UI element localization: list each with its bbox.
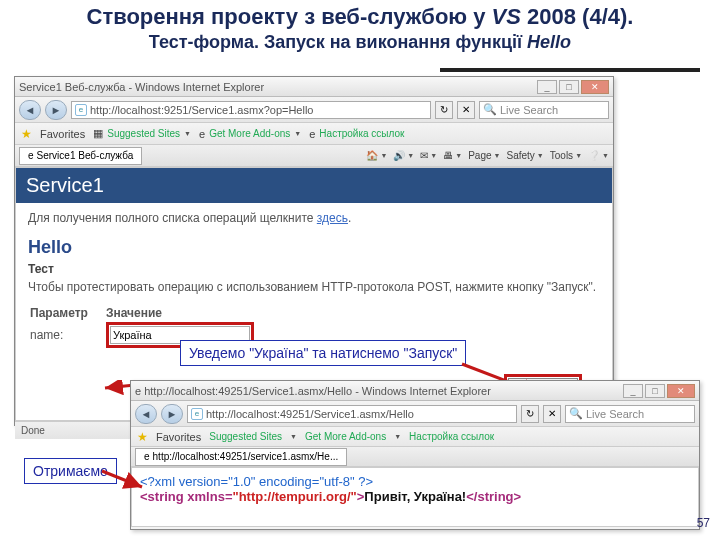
page-number: 57 [697,516,710,530]
maximize-button[interactable]: □ [559,80,579,94]
test-caption: Тест [28,262,600,276]
forward-button-2[interactable]: ► [161,404,183,424]
slide-title: Створення проекту з веб-службою у VS 200… [20,4,700,30]
tab-row-2: e http://localhost:49251/service1.asmx/H… [131,447,699,467]
annot2-text: Отримаємо [33,463,108,479]
window1-titlebar: Service1 Веб-служба - Windows Internet E… [15,77,613,97]
param-name: name: [30,322,104,348]
status-text: Done [21,425,45,436]
annot1-mid: та натиснемо [308,345,403,361]
subtitle-pre: Тест-форма. Запуск на виконання функції [149,32,527,52]
page-icon-2: e [191,408,203,420]
title-post: 2008 (4/4). [521,4,634,29]
address-bar-2[interactable]: e http://localhost:49251/Service1.asmx/H… [187,405,517,423]
print-button[interactable]: 🖶▼ [443,150,462,161]
value-header: Значение [106,306,254,320]
tab-service1[interactable]: e Service1 Веб-служба [19,147,142,165]
browser-window-2: e http://localhost:49251/Service1.asmx/H… [130,380,700,530]
search-placeholder: Live Search [500,104,558,116]
suggested-sites-link[interactable]: Suggested Sites [107,128,180,139]
forward-button[interactable]: ► [45,100,67,120]
xml-text: Привіт, Україна! [364,489,466,504]
search-box-2[interactable]: 🔍 Live Search [565,405,695,423]
page-menu[interactable]: Page ▼ [468,150,500,161]
slide-subtitle: Тест-форма. Запуск на виконання функції … [20,32,700,53]
search-placeholder-2: Live Search [586,408,644,420]
search-box[interactable]: 🔍 Live Search [479,101,609,119]
xml-open: <string [140,489,184,504]
more-addons-link[interactable]: Get More Add-ons [209,128,290,139]
window2-content: <?xml version="1.0" encoding="utf-8" ?> … [131,467,699,527]
browser-window-1: Service1 Веб-служба - Windows Internet E… [14,76,614,426]
help-button[interactable]: ❔▼ [588,150,609,161]
title-vs: VS [492,4,521,29]
back-button[interactable]: ◄ [19,100,41,120]
maximize-button-2[interactable]: □ [645,384,665,398]
tab-row: e Service1 Веб-служба 🏠▼ 🔊▼ ✉▼ 🖶▼ Page ▼… [15,145,613,167]
xml-attr-val: "http://tempuri.org/" [233,489,357,504]
title-pre: Створення проекту з веб-службою у [87,4,492,29]
refresh-button-2[interactable]: ↻ [521,405,539,423]
favorites-row-2: ★ Favorites Suggested Sites▼ Get More Ad… [131,427,699,447]
search-icon-2: 🔍 [569,407,583,420]
toolbar-icons: 🏠▼ 🔊▼ ✉▼ 🖶▼ Page ▼ Safety ▼ Tools ▼ ❔▼ [366,150,609,161]
suggested-icon: ▦ [93,127,103,140]
tab-icon-2: e [144,451,150,462]
window2-icon: e [135,385,141,397]
search-icon: 🔍 [483,103,497,116]
page-icon: e [75,104,87,116]
refresh-button[interactable]: ↻ [435,101,453,119]
window1-title: Service1 Веб-служба - Windows Internet E… [19,81,264,93]
links-conf-link-2[interactable]: Настройка ссылок [409,431,494,442]
favorites-label: Favorites [40,128,85,140]
annotation-result: Отримаємо [24,458,117,484]
list-intro-text: Для получения полного списка операций ще… [28,211,317,225]
xml-body: <string xmlns="http://tempuri.org/">Прив… [140,489,690,504]
minimize-button[interactable]: _ [537,80,557,94]
links-conf-link[interactable]: Настройка ссылок [319,128,404,139]
favorites-row: ★ Favorites ▦ Suggested Sites ▼ e Get Mo… [15,123,613,145]
service-heading: Service1 [16,168,612,203]
suggested-sites-link-2[interactable]: Suggested Sites [209,431,282,442]
list-intro: Для получения полного списка операций ще… [16,203,612,233]
close-button[interactable]: ✕ [581,80,609,94]
minimize-button-2[interactable]: _ [623,384,643,398]
subtitle-func: Hello [527,32,571,52]
xml-attr-name: xmlns= [184,489,233,504]
tools-menu[interactable]: Tools ▼ [550,150,582,161]
favorites-star-icon-2[interactable]: ★ [137,430,148,444]
window2-title: http://localhost:49251/Service1.asmx/Hel… [144,385,491,397]
tab-result[interactable]: e http://localhost:49251/service1.asmx/H… [135,448,347,466]
xml-close: </string> [466,489,521,504]
stop-button-2[interactable]: ✕ [543,405,561,423]
tab-label: Service1 Веб-служба [37,150,134,161]
home-button[interactable]: 🏠▼ [366,150,387,161]
heading-rule [440,68,700,72]
operation-name: Hello [28,237,600,258]
url-text-2: http://localhost:49251/Service1.asmx/Hel… [206,408,414,420]
xml-declaration: <?xml version="1.0" encoding="utf-8" ?> [140,474,690,489]
window2-titlebar: e http://localhost:49251/Service1.asmx/H… [131,381,699,401]
test-description: Чтобы протестировать операцию с использо… [28,280,600,296]
mail-button[interactable]: ✉▼ [420,150,437,161]
here-link[interactable]: здесь [317,211,348,225]
annot1-q2: "Запуск" [404,345,458,361]
tab-label-2: http://localhost:49251/service1.asmx/He.… [153,451,339,462]
annotation-input-run: Уведемо "Україна" та натиснемо "Запуск" [180,340,466,366]
feeds-button[interactable]: 🔊▼ [393,150,414,161]
stop-button[interactable]: ✕ [457,101,475,119]
safety-menu[interactable]: Safety ▼ [506,150,543,161]
annot1-q1: "Україна" [249,345,308,361]
param-header: Параметр [30,306,104,320]
addons-icon: e [199,128,205,140]
back-button-2[interactable]: ◄ [135,404,157,424]
more-addons-link-2[interactable]: Get More Add-ons [305,431,386,442]
url-text: http://localhost:9251/Service1.asmx?op=H… [90,104,314,116]
nav-row: ◄ ► e http://localhost:9251/Service1.asm… [15,97,613,123]
favorites-label-2: Favorites [156,431,201,443]
close-button-2[interactable]: ✕ [667,384,695,398]
links-icon: e [309,128,315,140]
address-bar[interactable]: e http://localhost:9251/Service1.asmx?op… [71,101,431,119]
annot1-pre: Уведемо [189,345,249,361]
favorites-star-icon[interactable]: ★ [21,127,32,141]
